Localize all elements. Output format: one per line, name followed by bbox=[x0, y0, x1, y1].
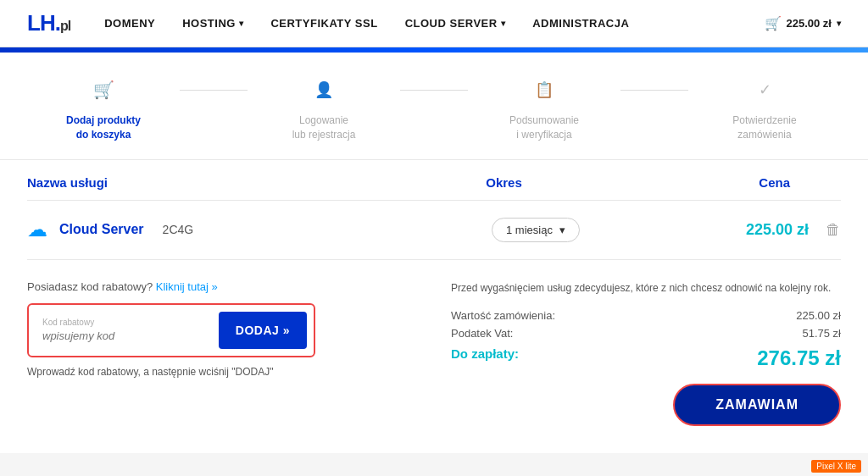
step-connector-1 bbox=[180, 90, 248, 91]
nav-ssl[interactable]: CERTYFIKATY SSL bbox=[270, 17, 377, 30]
header-period: Okres bbox=[409, 175, 599, 190]
header-price: Cena bbox=[599, 175, 841, 190]
cart-total: 225.00 zł bbox=[787, 17, 832, 30]
steps-bar: 🛒 Dodaj produktydo koszyka 👤 Logowanielu… bbox=[0, 53, 868, 160]
step-confirm-label: Potwierdzeniezamówienia bbox=[732, 113, 796, 142]
service-price: 225.00 zł bbox=[746, 221, 809, 239]
cart-button[interactable]: 🛒 225.00 zł ▾ bbox=[765, 15, 842, 31]
vat-row: Podatek Vat: 51.75 zł bbox=[451, 327, 841, 340]
nav-hosting[interactable]: HOSTING ▾ bbox=[182, 17, 243, 30]
step-add-label: Dodaj produktydo koszyka bbox=[66, 113, 141, 142]
header-service: Nazwa usługi bbox=[27, 175, 409, 190]
vat-label: Podatek Vat: bbox=[451, 327, 513, 340]
left-panel: Posiadasz kod rabatowy? Kliknij tutaj » … bbox=[27, 280, 417, 426]
cloudserver-chevron-icon: ▾ bbox=[501, 19, 506, 28]
step-summary-icon: 📋 bbox=[527, 73, 561, 107]
table-header: Nazwa usługi Okres Cena bbox=[27, 160, 841, 201]
cart-icon: 🛒 bbox=[765, 15, 782, 31]
step-summary: 📋 Podsumowaniei weryfikacja bbox=[468, 73, 620, 142]
step-connector-3 bbox=[620, 90, 688, 91]
period-cell: 1 miesiąc ▾ bbox=[434, 218, 637, 242]
table-row: ☁ Cloud Server 2C4G 1 miesiąc ▾ 225.00 z… bbox=[27, 201, 841, 260]
step-confirm: ✓ Potwierdzeniezamówienia bbox=[688, 73, 841, 142]
step-login: 👤 Logowanielub rejestracja bbox=[248, 73, 400, 142]
step-summary-label: Podsumowaniei weryfikacja bbox=[509, 113, 579, 142]
step-login-icon: 👤 bbox=[307, 73, 341, 107]
bottom-section: Posiadasz kod rabatowy? Kliknij tutaj » … bbox=[27, 260, 841, 426]
discount-box: Kod rabatowy DODAJ » bbox=[27, 303, 315, 357]
discount-link[interactable]: Kliknij tutaj » bbox=[156, 280, 218, 293]
cart-chevron-icon: ▾ bbox=[837, 19, 841, 28]
nav-domeny[interactable]: DOMENY bbox=[104, 17, 155, 30]
main-content: Nazwa usługi Okres Cena ☁ Cloud Server 2… bbox=[0, 160, 868, 453]
order-value-label: Wartość zamówienia: bbox=[451, 309, 555, 322]
logo[interactable]: LH.pl bbox=[27, 10, 70, 36]
order-value: 225.00 zł bbox=[796, 309, 841, 322]
service-spec: 2C4G bbox=[163, 223, 194, 236]
step-add-icon: 🛒 bbox=[86, 73, 120, 107]
vat-value: 51.75 zł bbox=[802, 327, 841, 340]
nav-administracja[interactable]: ADMINISTRACJA bbox=[532, 17, 629, 30]
step-connector-2 bbox=[400, 90, 468, 91]
total-row: Do zapłaty: 276.75 zł bbox=[451, 346, 841, 370]
discount-input[interactable] bbox=[42, 329, 212, 342]
discount-input-label: Kod rabatowy bbox=[42, 318, 212, 327]
total-label: Do zapłaty: bbox=[451, 346, 519, 370]
step-add: 🛒 Dodaj produktydo koszyka bbox=[27, 73, 180, 142]
period-chevron-icon: ▾ bbox=[559, 224, 565, 236]
cloud-icon: ☁ bbox=[27, 218, 47, 241]
main-nav: DOMENY HOSTING ▾ CERTYFIKATY SSL CLOUD S… bbox=[104, 17, 764, 30]
price-cell: 225.00 zł 🗑 bbox=[637, 221, 841, 239]
order-value-row: Wartość zamówienia: 225.00 zł bbox=[451, 309, 841, 322]
discount-text: Posiadasz kod rabatowy? Kliknij tutaj » bbox=[27, 280, 417, 293]
header: LH.pl DOMENY HOSTING ▾ CERTYFIKATY SSL C… bbox=[0, 0, 868, 47]
service-name: Cloud Server bbox=[59, 222, 144, 237]
period-select[interactable]: 1 miesiąc ▾ bbox=[492, 218, 580, 242]
discount-hint: Wprowadź kod rabatowy, a następnie wciśn… bbox=[27, 366, 417, 378]
hosting-chevron-icon: ▾ bbox=[239, 19, 244, 28]
delete-icon[interactable]: 🗑 bbox=[826, 221, 841, 239]
step-confirm-icon: ✓ bbox=[748, 73, 782, 107]
renewal-notice: Przed wygaśnięciem usług zdecydujesz, kt… bbox=[451, 280, 841, 296]
total-value: 276.75 zł bbox=[757, 346, 841, 370]
nav-cloudserver[interactable]: CLOUD SERVER ▾ bbox=[405, 17, 506, 30]
step-login-label: Logowanielub rejestracja bbox=[292, 113, 356, 142]
order-button[interactable]: ZAMAWIAM bbox=[673, 384, 841, 426]
add-discount-button[interactable]: DODAJ » bbox=[219, 312, 307, 349]
discount-input-wrap: Kod rabatowy bbox=[36, 314, 219, 346]
service-cell: ☁ Cloud Server 2C4G bbox=[27, 218, 434, 241]
right-panel: Przed wygaśnięciem usług zdecydujesz, kt… bbox=[451, 280, 841, 426]
